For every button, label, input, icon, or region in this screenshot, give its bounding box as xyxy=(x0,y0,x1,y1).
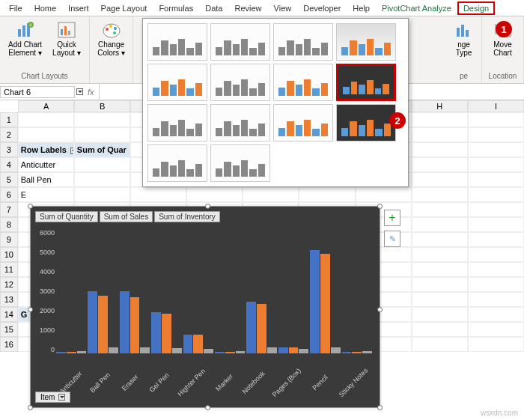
cell[interactable] xyxy=(412,157,468,172)
style-thumb-3[interactable] xyxy=(273,23,333,61)
menu-file[interactable]: File xyxy=(3,2,28,14)
cell[interactable] xyxy=(468,232,524,247)
bar[interactable] xyxy=(215,352,225,353)
bar-group[interactable] xyxy=(120,229,150,353)
menu-data[interactable]: Data xyxy=(199,2,228,14)
bar[interactable] xyxy=(299,349,308,353)
bar[interactable] xyxy=(352,352,362,353)
row-header[interactable]: 6 xyxy=(0,187,18,202)
cell[interactable] xyxy=(468,277,524,292)
bar-group[interactable] xyxy=(183,229,213,353)
cell[interactable] xyxy=(468,187,524,202)
resize-handle[interactable] xyxy=(377,307,383,312)
cell[interactable] xyxy=(468,142,524,157)
style-thumb-5[interactable] xyxy=(147,64,207,101)
style-thumb-4[interactable] xyxy=(336,23,396,61)
cell[interactable] xyxy=(412,262,468,277)
bar-group[interactable] xyxy=(246,229,276,353)
bar[interactable] xyxy=(310,250,320,353)
style-thumb-2[interactable] xyxy=(210,23,270,61)
cell[interactable] xyxy=(412,127,468,142)
bar[interactable] xyxy=(236,351,246,353)
cell[interactable] xyxy=(412,322,468,337)
cell[interactable] xyxy=(18,127,74,142)
bar[interactable] xyxy=(109,347,118,353)
dropdown-icon[interactable] xyxy=(76,88,83,95)
cell[interactable] xyxy=(412,187,468,202)
style-thumb-14[interactable] xyxy=(210,144,270,182)
menu-home[interactable]: Home xyxy=(28,2,62,14)
cell[interactable]: Anticutter xyxy=(18,157,74,172)
row-header[interactable]: 3 xyxy=(0,142,18,157)
cell[interactable] xyxy=(412,172,468,187)
bar[interactable] xyxy=(362,351,372,353)
menu-pivotchart-analyze[interactable]: PivotChart Analyze xyxy=(376,2,457,14)
style-thumb-8-selected[interactable] xyxy=(336,64,396,101)
row-header[interactable]: 7 xyxy=(0,202,18,217)
cell[interactable] xyxy=(412,232,468,247)
cell[interactable] xyxy=(468,172,524,187)
menu-pagelayout[interactable]: Page Layout xyxy=(95,2,153,14)
cell[interactable] xyxy=(468,157,524,172)
cell[interactable] xyxy=(74,127,130,142)
row-header[interactable]: 12 xyxy=(0,277,18,292)
style-thumb-12[interactable] xyxy=(336,104,396,141)
bar[interactable] xyxy=(342,352,352,353)
bar[interactable] xyxy=(56,352,66,353)
resize-handle[interactable] xyxy=(377,204,383,209)
bar[interactable] xyxy=(77,351,87,353)
cell[interactable] xyxy=(412,247,468,262)
menu-view[interactable]: View xyxy=(268,2,298,14)
bar[interactable] xyxy=(98,296,108,353)
menu-developer[interactable]: Developer xyxy=(297,2,347,14)
cell[interactable] xyxy=(412,277,468,292)
cell[interactable] xyxy=(468,292,524,307)
cell[interactable] xyxy=(468,112,524,127)
resize-handle[interactable] xyxy=(28,204,33,209)
cell[interactable] xyxy=(299,187,355,202)
bar[interactable] xyxy=(172,348,182,353)
cell[interactable] xyxy=(74,112,130,127)
row-header[interactable]: 9 xyxy=(0,232,18,247)
cell[interactable] xyxy=(412,292,468,307)
bar[interactable] xyxy=(67,352,76,353)
legend-button[interactable]: Sum of Inventory xyxy=(154,211,220,222)
cell[interactable] xyxy=(74,187,130,202)
menu-insert[interactable]: Insert xyxy=(62,2,95,14)
change-chart-type-button[interactable]: nge Type xyxy=(451,19,478,58)
style-thumb-1[interactable] xyxy=(147,23,207,61)
cell[interactable] xyxy=(468,247,524,262)
cell[interactable]: Sum of Quar xyxy=(74,142,130,157)
style-thumb-11[interactable] xyxy=(273,104,333,141)
cell[interactable] xyxy=(356,187,412,202)
quick-layout-button[interactable]: Quick Layout ▾ xyxy=(49,19,84,58)
col-header[interactable]: I xyxy=(468,100,524,112)
bar[interactable] xyxy=(88,291,97,353)
bar-group[interactable] xyxy=(278,229,308,353)
bar-group[interactable] xyxy=(310,229,340,353)
row-header[interactable]: 1 xyxy=(0,112,18,127)
cell[interactable] xyxy=(412,337,468,352)
bar[interactable] xyxy=(320,254,330,353)
cell[interactable] xyxy=(468,127,524,142)
style-thumb-13[interactable] xyxy=(147,144,207,182)
cell[interactable]: Row Labels xyxy=(18,142,74,157)
resize-handle[interactable] xyxy=(205,204,210,209)
row-header[interactable]: 15 xyxy=(0,322,18,337)
cell[interactable] xyxy=(18,112,74,127)
name-box[interactable] xyxy=(0,86,75,98)
bar[interactable] xyxy=(204,349,213,353)
bar[interactable] xyxy=(183,335,193,353)
cell[interactable] xyxy=(412,142,468,157)
fx-label[interactable]: fx xyxy=(83,88,99,97)
cell[interactable] xyxy=(468,202,524,217)
chart-styles-gallery[interactable] xyxy=(142,18,409,187)
cell[interactable] xyxy=(412,202,468,217)
cell[interactable] xyxy=(468,217,524,232)
legend-button[interactable]: Sum of Sales xyxy=(100,211,153,222)
bar-group[interactable] xyxy=(88,229,118,353)
cell[interactable] xyxy=(412,307,468,322)
chart-elements-button[interactable]: + xyxy=(384,210,400,226)
cell[interactable] xyxy=(412,112,468,127)
bar[interactable] xyxy=(162,314,171,353)
